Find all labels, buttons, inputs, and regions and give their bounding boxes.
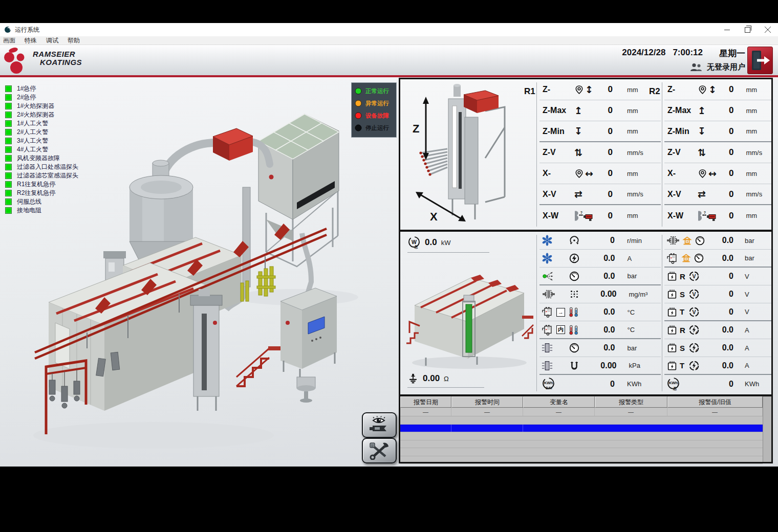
selected-cell [400,425,451,432]
thermometers-icon [568,324,580,336]
header-alarm-value[interactable]: 报警值/旧值 [667,396,763,408]
main-area: 1#急停 2#急停 1#火焰探测器 2#火焰探测器 1#人工火警 2#人工火警 … [0,77,778,467]
value-readout: 0 [729,105,733,116]
row-label: Z-Max [543,106,574,115]
menu-help[interactable]: 帮助 [68,36,80,45]
unit-label: bar [627,272,660,280]
reciprocator-tower-graphic [190,289,222,411]
header-alarm-time[interactable]: 报警时间 [451,396,523,408]
z-velocity-arrows-icon: ⇅ [698,148,706,158]
brand-text: RAMSEIER KOATINGS [33,50,82,66]
value-readout: 0 [607,84,613,95]
fire-suppression-icon [681,253,691,263]
legend-label: 正常运行 [365,87,389,95]
value-readout: 0 [722,272,733,281]
row-label: X- [543,169,574,178]
alarm-row-empty[interactable] [400,456,763,464]
r2-z-position-row: Z-↕0mm [664,79,771,100]
unit-label: mm [746,212,770,219]
minimize-icon [724,30,730,30]
login-logout-button[interactable] [747,47,773,74]
voltage-meter-icon [688,306,700,318]
process-measurement-section: 0.0 kW [400,232,771,396]
r2-label: R2 [649,86,660,97]
unit-label: mg/m³ [629,291,660,298]
current-t-row: T0.0A [664,357,771,375]
value-readout: 0 [604,236,615,245]
brand-line1: RAMSEIER [33,50,82,58]
r2-x-workpiece-row: X-W0mm [664,205,771,226]
z-range-arrow-icon: ↕ [708,85,717,95]
spray-pressure-row: 0.0bar [539,268,661,285]
filter-cell[interactable]: — [451,408,523,416]
alarm-table-scrollbar[interactable] [763,396,771,462]
value-readout: 0 [604,380,615,389]
alarm-table: 报警日期 报警时间 变量名 报警类型 报警值/旧值 — — — — — [400,396,763,462]
restore-icon [745,27,750,33]
right-panel: Z X R1 Z-↕0mm Z-Max↥0mm Z-Min↧0mm Z-V⇅0m… [399,78,773,463]
ground-resistance-icon [407,373,419,384]
unit-label: mm/s [627,190,660,198]
legend-label: 异常运行 [365,100,389,107]
value-readout: 0.0 [603,272,615,281]
red-duct-box-graphic [213,128,253,161]
header-alarm-type[interactable]: 报警类型 [595,396,667,408]
unit-label: mm [746,107,770,115]
alarm-row-empty[interactable] [400,432,763,440]
gun-monitor-button[interactable] [362,412,397,438]
value-readout: 0 [729,147,733,158]
filter-cell[interactable]: — [523,408,595,416]
r1-x-velocity-row: X-V⇄0mm/s [539,184,661,205]
z-max-arrow-icon: ↥ [698,106,706,116]
menu-screens[interactable]: 画面 [3,36,15,45]
value-readout: 0 [729,211,733,221]
r2-z-min-row: Z-Min↧0mm [664,121,771,142]
legend-row: 异常运行 [355,97,393,109]
unit-label: r/min [627,237,660,245]
login-user-label: 无登录用户 [707,62,745,72]
value-readout: 0 [607,189,613,199]
minimize-button[interactable] [717,23,737,36]
header-alarm-date[interactable]: 报警日期 [400,396,451,408]
fan-current-row: 0.0A [539,250,661,268]
close-button[interactable] [758,23,778,36]
filter-unit-graphic [258,114,339,267]
alarm-row-empty[interactable] [400,448,763,456]
unit-label: mm [746,127,770,135]
fan-icon [542,235,553,246]
menu-debug[interactable]: 调试 [46,36,58,45]
divider [662,235,662,391]
status-led-icon [5,164,12,170]
total-power-readout: 0.0 kW [407,236,489,253]
legend-label: 设备故障 [365,112,389,120]
inflow-box-icon: → [556,308,565,317]
alarm-row-empty[interactable] [400,416,763,425]
dust-concentration-row: 0.00mg/m³ [539,285,661,303]
fire-suppression-icon [682,235,693,246]
x-axis-label: X [430,210,438,223]
header-variable-name[interactable]: 变量名 [523,396,595,408]
status-led-icon [5,120,12,127]
menu-special[interactable]: 特殊 [25,36,37,45]
maintenance-tools-button[interactable] [362,438,397,463]
alarm-row-selected[interactable] [400,425,763,433]
filter-cell[interactable]: — [595,408,667,416]
brand-line2: KOATINGS [40,58,82,66]
r1-axis-table: Z-↕0mm Z-Max↥0mm Z-Min↧0mm Z-V⇅0mm/s X-↔… [539,79,661,226]
unit-label: mm/s [746,190,770,198]
status-led-icon [5,103,12,109]
alarm-row-empty[interactable] [400,440,763,449]
status-led-icon [5,198,12,205]
filter-cell[interactable]: — [667,408,763,416]
current-meter-icon [688,342,700,353]
restore-button[interactable] [737,23,758,36]
unit-label: mm [746,170,770,178]
filter-machine-icon [666,253,679,264]
filter-cell[interactable]: — [400,408,451,416]
thermometers-icon [568,306,580,318]
legend-row: 正常运行 [355,85,393,97]
pressure-gauge-icon [569,271,580,282]
inlet-temperature-row: →0.0°C [539,303,661,321]
plant-3d-view [26,82,390,461]
voltage-r-row: R0V [664,268,771,285]
